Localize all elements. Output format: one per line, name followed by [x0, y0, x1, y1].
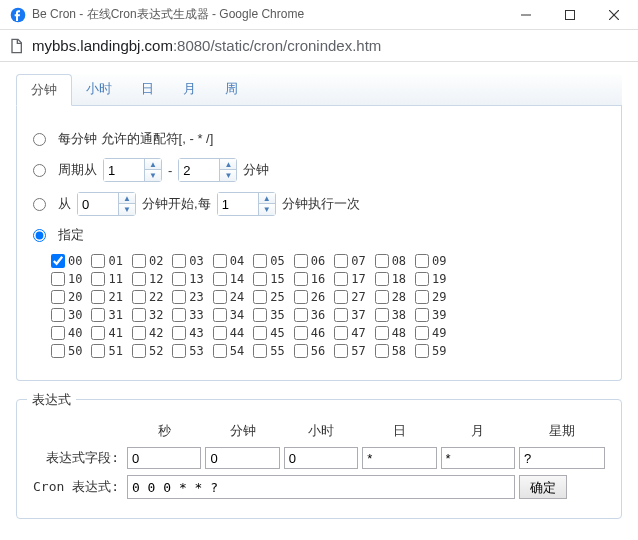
minute-checkbox-24[interactable] [213, 290, 227, 304]
minute-cell-40[interactable]: 40 [51, 326, 82, 340]
cycle-from-input[interactable] [104, 159, 144, 181]
minute-checkbox-53[interactable] [172, 344, 186, 358]
minute-cell-35[interactable]: 35 [253, 308, 284, 322]
minute-checkbox-29[interactable] [415, 290, 429, 304]
minute-cell-13[interactable]: 13 [172, 272, 203, 286]
minute-checkbox-43[interactable] [172, 326, 186, 340]
minute-checkbox-38[interactable] [375, 308, 389, 322]
minute-cell-06[interactable]: 06 [294, 254, 325, 268]
field-month[interactable] [441, 447, 515, 469]
minute-checkbox-25[interactable] [253, 290, 267, 304]
field-min[interactable] [205, 447, 279, 469]
cycle-to-down[interactable]: ▼ [220, 170, 236, 181]
radio-cycle[interactable] [33, 164, 46, 177]
minute-cell-32[interactable]: 32 [132, 308, 163, 322]
cycle-to-up[interactable]: ▲ [220, 159, 236, 170]
minute-cell-14[interactable]: 14 [213, 272, 244, 286]
minute-checkbox-16[interactable] [294, 272, 308, 286]
start-every-input[interactable] [218, 193, 258, 215]
start-every-up[interactable]: ▲ [259, 193, 275, 204]
minute-cell-57[interactable]: 57 [334, 344, 365, 358]
minute-cell-17[interactable]: 17 [334, 272, 365, 286]
ok-button[interactable]: 确定 [519, 475, 567, 499]
minute-checkbox-15[interactable] [253, 272, 267, 286]
minute-checkbox-17[interactable] [334, 272, 348, 286]
tab-3[interactable]: 月 [169, 74, 211, 105]
minute-cell-03[interactable]: 03 [172, 254, 203, 268]
minute-checkbox-05[interactable] [253, 254, 267, 268]
minute-cell-00[interactable]: 00 [51, 254, 82, 268]
minute-checkbox-48[interactable] [375, 326, 389, 340]
minute-cell-23[interactable]: 23 [172, 290, 203, 304]
minute-checkbox-55[interactable] [253, 344, 267, 358]
minute-cell-49[interactable]: 49 [415, 326, 446, 340]
minute-cell-01[interactable]: 01 [91, 254, 122, 268]
minute-cell-19[interactable]: 19 [415, 272, 446, 286]
cycle-to-input[interactable] [179, 159, 219, 181]
minute-cell-10[interactable]: 10 [51, 272, 82, 286]
minute-checkbox-42[interactable] [132, 326, 146, 340]
minute-checkbox-19[interactable] [415, 272, 429, 286]
minute-cell-27[interactable]: 27 [334, 290, 365, 304]
minute-cell-47[interactable]: 47 [334, 326, 365, 340]
cycle-from-up[interactable]: ▲ [145, 159, 161, 170]
minute-checkbox-52[interactable] [132, 344, 146, 358]
minute-cell-56[interactable]: 56 [294, 344, 325, 358]
minute-cell-24[interactable]: 24 [213, 290, 244, 304]
minute-cell-53[interactable]: 53 [172, 344, 203, 358]
minute-cell-34[interactable]: 34 [213, 308, 244, 322]
minute-cell-18[interactable]: 18 [375, 272, 406, 286]
minute-cell-02[interactable]: 02 [132, 254, 163, 268]
minute-checkbox-08[interactable] [375, 254, 389, 268]
minute-checkbox-44[interactable] [213, 326, 227, 340]
minute-cell-44[interactable]: 44 [213, 326, 244, 340]
cycle-from-spinner[interactable]: ▲▼ [103, 158, 162, 182]
minute-checkbox-59[interactable] [415, 344, 429, 358]
minute-cell-22[interactable]: 22 [132, 290, 163, 304]
start-from-spinner[interactable]: ▲▼ [77, 192, 136, 216]
minute-cell-48[interactable]: 48 [375, 326, 406, 340]
minute-checkbox-11[interactable] [91, 272, 105, 286]
field-hour[interactable] [284, 447, 358, 469]
radio-specify[interactable] [33, 229, 46, 242]
minute-cell-25[interactable]: 25 [253, 290, 284, 304]
minute-cell-15[interactable]: 15 [253, 272, 284, 286]
minute-checkbox-06[interactable] [294, 254, 308, 268]
minute-checkbox-33[interactable] [172, 308, 186, 322]
minute-cell-45[interactable]: 45 [253, 326, 284, 340]
minute-checkbox-21[interactable] [91, 290, 105, 304]
minute-checkbox-47[interactable] [334, 326, 348, 340]
address-bar[interactable]: mybbs.landingbj.com:8080/static/cron/cro… [0, 30, 638, 62]
minute-checkbox-09[interactable] [415, 254, 429, 268]
minute-cell-54[interactable]: 54 [213, 344, 244, 358]
minute-checkbox-57[interactable] [334, 344, 348, 358]
minute-cell-42[interactable]: 42 [132, 326, 163, 340]
minute-checkbox-20[interactable] [51, 290, 65, 304]
minute-cell-21[interactable]: 21 [91, 290, 122, 304]
minute-checkbox-45[interactable] [253, 326, 267, 340]
minute-checkbox-41[interactable] [91, 326, 105, 340]
cycle-from-down[interactable]: ▼ [145, 170, 161, 181]
minute-checkbox-10[interactable] [51, 272, 65, 286]
minute-checkbox-12[interactable] [132, 272, 146, 286]
radio-start-every[interactable] [33, 198, 46, 211]
minute-cell-07[interactable]: 07 [334, 254, 365, 268]
minute-cell-52[interactable]: 52 [132, 344, 163, 358]
tab-2[interactable]: 日 [127, 74, 169, 105]
minute-checkbox-40[interactable] [51, 326, 65, 340]
cycle-to-spinner[interactable]: ▲▼ [178, 158, 237, 182]
minute-checkbox-18[interactable] [375, 272, 389, 286]
minute-cell-04[interactable]: 04 [213, 254, 244, 268]
minute-cell-51[interactable]: 51 [91, 344, 122, 358]
field-sec[interactable] [127, 447, 201, 469]
minute-checkbox-13[interactable] [172, 272, 186, 286]
minute-cell-31[interactable]: 31 [91, 308, 122, 322]
minute-checkbox-03[interactable] [172, 254, 186, 268]
minute-checkbox-00[interactable] [51, 254, 65, 268]
tab-4[interactable]: 周 [211, 74, 253, 105]
minute-cell-30[interactable]: 30 [51, 308, 82, 322]
minute-cell-11[interactable]: 11 [91, 272, 122, 286]
field-week[interactable] [519, 447, 605, 469]
cron-expression-input[interactable] [127, 475, 515, 499]
minute-cell-20[interactable]: 20 [51, 290, 82, 304]
